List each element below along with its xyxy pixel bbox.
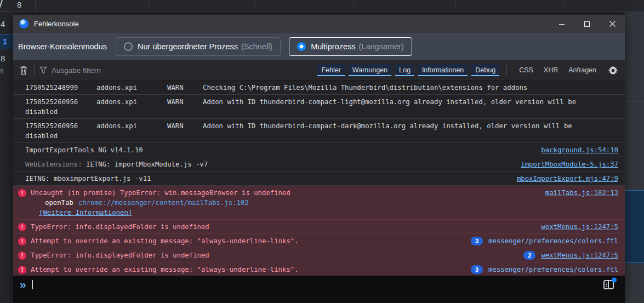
toolbar-separator	[506, 64, 507, 76]
close-button[interactable]	[600, 15, 625, 33]
console-row: 1750525248999addons.xpiWARNChecking C:\P…	[13, 81, 625, 95]
log-entry: 1750525260956addons.xpiWARNAddon with ID…	[13, 97, 576, 117]
minimize-icon	[558, 21, 565, 27]
text-cursor	[32, 280, 33, 289]
count-badge: 3	[471, 237, 483, 245]
log-level: WARN	[167, 83, 203, 93]
filter-button-errors[interactable]: Fehler	[317, 64, 344, 76]
source-link[interactable]: messenger/preferences/colors.ftl	[488, 236, 618, 246]
error-icon: !	[18, 237, 26, 245]
filter-button-debug[interactable]: Debug	[471, 64, 499, 76]
console-row: ImportExportTools NG v14.1.10background.…	[13, 143, 625, 157]
mode-option-hint: (Schnell)	[241, 42, 272, 51]
background-count: 6	[0, 67, 4, 75]
source-link[interactable]: messenger/preferences/colors.ftl	[488, 265, 618, 275]
background-app-right-edge	[625, 0, 644, 303]
mode-option-parent-process[interactable]: Nur übergeordneter Prozess (Schnell)	[116, 37, 281, 56]
filter-input[interactable]: Ausgabe filtern	[39, 66, 317, 75]
split-console-button[interactable]	[602, 277, 618, 291]
console-row: 1750525260956addons.xpiWARNAddon with ID…	[13, 119, 625, 143]
error-entry: Attempt to override an existing message:…	[26, 265, 299, 275]
log-message: Addon with ID thunderbird-compact-light@…	[203, 97, 576, 107]
stack-function: openTab	[45, 199, 73, 207]
filter-placeholder: Ausgabe filtern	[52, 66, 101, 75]
console-mode-bar: Browser-Konsolenmodus Nur übergeordneter…	[13, 33, 625, 60]
mode-option-multiprocess[interactable]: Multiprozess (Langsamer)	[289, 37, 412, 56]
toolbar-separator	[34, 64, 35, 76]
background-count: 1	[3, 37, 7, 46]
error-entry: TypeError: info.displayedFolder is undef…	[26, 222, 209, 232]
log-message: Addon with ID thunderbird-compact-dark@m…	[203, 121, 572, 131]
stack-location-link[interactable]: chrome://messenger/content/mailTabs.js:1…	[78, 199, 249, 207]
filter-button-xhr[interactable]: XHR	[540, 64, 561, 76]
log-level: WARN	[167, 121, 203, 131]
log-timestamp: 1750525260956	[25, 121, 96, 131]
filter-button-warnings[interactable]: Warnungen	[349, 64, 391, 76]
error-console-window: Fehlerkonsole Browser-Konsolenmodus Nur …	[13, 15, 625, 303]
error-icon: !	[18, 251, 26, 260]
log-entry: ImportExportTools NG v14.1.10	[13, 145, 143, 155]
command-line[interactable]: »	[13, 276, 625, 303]
console-output: 1750525248999addons.xpiWARNChecking C:\P…	[13, 81, 625, 276]
minimize-button[interactable]	[549, 15, 574, 33]
error-message: TypeError: info.displayedFolder is undef…	[31, 222, 209, 232]
console-row: !TypeError: info.displayedFolder is unde…	[13, 248, 625, 262]
background-count: 8	[1, 54, 5, 63]
error-message: Attempt to override an existing message:…	[31, 236, 299, 246]
console-row: !Attempt to override an existing message…	[13, 234, 625, 248]
source-link[interactable]: wextMenus.js:1247:5	[541, 250, 618, 260]
log-entry: WebExtensions: IETNG: importMboxModule.j…	[13, 159, 208, 169]
background-count: 8	[17, 0, 21, 9]
log-message: Checking C:\Program Files\Mozilla Thunde…	[203, 83, 527, 93]
thunderbird-logo-icon	[19, 19, 29, 28]
error-entry: Attempt to override an existing message:…	[26, 236, 299, 246]
count-badge: 3	[471, 265, 483, 274]
background-app-header	[0, 0, 644, 12]
close-icon	[609, 20, 616, 27]
console-row: WebExtensions: IETNG: importMboxModule.j…	[13, 157, 625, 171]
maximize-button[interactable]	[574, 15, 600, 33]
log-message: ImportExportTools NG v14.1.10	[25, 146, 143, 154]
log-message-wrap: disabled	[25, 107, 576, 117]
radio-icon	[124, 42, 133, 51]
mode-option-label: Multiprozess	[311, 42, 355, 51]
log-message-wrap: disabled	[25, 131, 572, 141]
error-icon: !	[18, 189, 26, 197]
log-message: IETNG: importMboxModule.js -v7	[86, 161, 208, 168]
title-bar[interactable]: Fehlerkonsole	[13, 15, 625, 33]
log-level: WARN	[167, 97, 203, 107]
log-source: addons.xpi	[96, 97, 167, 107]
log-entry: 1750525248999addons.xpiWARNChecking C:\P…	[13, 83, 527, 93]
error-entry: Uncaught (in promise) TypeError: win.mes…	[26, 188, 290, 218]
error-icon: !	[18, 266, 26, 274]
learn-more-link[interactable]: [Weitere Informationen]	[39, 209, 132, 216]
source-link[interactable]: importMboxModule-5.js:37	[521, 159, 618, 169]
filter-button-requests[interactable]: Anfragen	[565, 64, 600, 76]
console-row: !Attempt to override an existing message…	[13, 262, 625, 276]
source-link[interactable]: background.js:54:10	[541, 145, 618, 155]
error-icon: !	[18, 223, 26, 231]
error-message: Attempt to override an existing message:…	[31, 265, 299, 275]
log-prefix: WebExtensions:	[25, 161, 86, 168]
source-link[interactable]: wextMenus.js:1247:5	[541, 222, 618, 232]
settings-button[interactable]	[606, 63, 620, 77]
console-mode-label: Browser-Konsolenmodus	[18, 42, 107, 51]
log-timestamp: 1750525248999	[25, 83, 96, 93]
radio-icon	[297, 42, 306, 51]
prompt-chevron-icon: »	[20, 279, 26, 290]
mode-option-hint: (Langsamer)	[359, 42, 404, 51]
filter-button-css[interactable]: CSS	[516, 64, 537, 76]
background-count: 4	[1, 19, 5, 28]
source-link[interactable]: mboxImportExport.mjs:47:9	[517, 174, 618, 184]
gear-icon	[608, 66, 618, 75]
filter-button-log[interactable]: Log	[395, 64, 414, 76]
source-link[interactable]: mailTabs.js:102:13	[545, 188, 618, 198]
filter-button-info[interactable]: Informationen	[418, 64, 468, 76]
window-title: Fehlerkonsole	[34, 20, 79, 28]
clear-console-button[interactable]	[16, 63, 31, 77]
log-timestamp: 1750525260956	[25, 97, 96, 107]
error-entry: TypeError: info.displayedFolder is undef…	[26, 250, 209, 260]
log-source: addons.xpi	[96, 121, 167, 131]
log-entry: 1750525260956addons.xpiWARNAddon with ID…	[13, 121, 572, 141]
console-row: !Uncaught (in promise) TypeError: win.me…	[13, 186, 625, 220]
